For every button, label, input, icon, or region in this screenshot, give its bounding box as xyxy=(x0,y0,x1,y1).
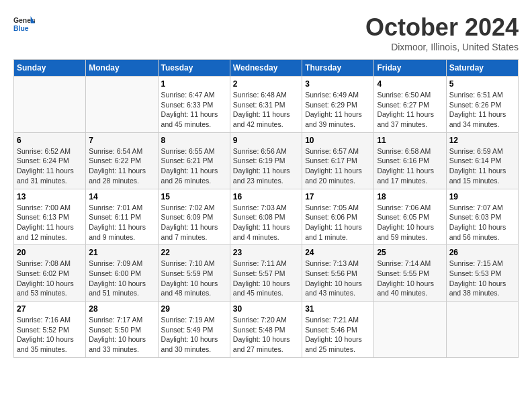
calendar-day-cell: 8Sunrise: 6:55 AMSunset: 6:21 PMDaylight… xyxy=(158,132,230,189)
day-detail: Sunrise: 7:08 AMSunset: 6:02 PMDaylight:… xyxy=(17,259,83,298)
day-detail: Sunrise: 7:07 AMSunset: 6:03 PMDaylight:… xyxy=(449,203,515,242)
calendar-day-cell: 17Sunrise: 7:05 AMSunset: 6:06 PMDayligh… xyxy=(302,189,374,245)
calendar-day-cell: 4Sunrise: 6:50 AMSunset: 6:27 PMDaylight… xyxy=(374,77,446,133)
calendar-day-cell: 1Sunrise: 6:47 AMSunset: 6:33 PMDaylight… xyxy=(158,77,230,133)
calendar-week-row: 27Sunrise: 7:16 AMSunset: 5:52 PMDayligh… xyxy=(14,302,519,358)
day-number: 30 xyxy=(233,304,299,314)
day-number: 4 xyxy=(377,79,443,89)
day-detail: Sunrise: 6:56 AMSunset: 6:19 PMDaylight:… xyxy=(233,146,299,186)
calendar-day-cell: 12Sunrise: 6:59 AMSunset: 6:14 PMDayligh… xyxy=(446,132,518,189)
calendar-day-cell: 2Sunrise: 6:48 AMSunset: 6:31 PMDaylight… xyxy=(230,77,302,133)
day-detail: Sunrise: 6:55 AMSunset: 6:21 PMDaylight:… xyxy=(161,146,227,186)
day-detail: Sunrise: 7:17 AMSunset: 5:50 PMDaylight:… xyxy=(89,315,154,355)
day-number: 11 xyxy=(377,136,443,145)
day-number: 5 xyxy=(449,79,515,89)
day-number: 20 xyxy=(17,248,83,257)
day-number: 17 xyxy=(305,192,371,201)
calendar-day-cell: 23Sunrise: 7:11 AMSunset: 5:57 PMDayligh… xyxy=(230,245,302,302)
day-number: 6 xyxy=(17,136,83,145)
calendar-day-cell xyxy=(446,302,518,358)
calendar-week-row: 20Sunrise: 7:08 AMSunset: 6:02 PMDayligh… xyxy=(14,245,519,302)
day-detail: Sunrise: 7:13 AMSunset: 5:56 PMDaylight:… xyxy=(305,259,371,298)
calendar-week-row: 13Sunrise: 7:00 AMSunset: 6:13 PMDayligh… xyxy=(14,189,519,245)
day-detail: Sunrise: 7:02 AMSunset: 6:09 PMDaylight:… xyxy=(161,203,227,242)
calendar-day-cell: 9Sunrise: 6:56 AMSunset: 6:19 PMDaylight… xyxy=(230,132,302,189)
svg-text:Blue: Blue xyxy=(13,25,29,32)
day-number: 22 xyxy=(161,248,227,257)
day-detail: Sunrise: 6:57 AMSunset: 6:17 PMDaylight:… xyxy=(305,146,371,186)
calendar-day-cell: 10Sunrise: 6:57 AMSunset: 6:17 PMDayligh… xyxy=(302,132,374,189)
day-of-week-header: Sunday xyxy=(14,60,86,77)
calendar-day-cell: 31Sunrise: 7:21 AMSunset: 5:46 PMDayligh… xyxy=(302,302,374,358)
day-detail: Sunrise: 7:05 AMSunset: 6:06 PMDaylight:… xyxy=(305,203,371,242)
day-number: 3 xyxy=(305,79,371,89)
day-detail: Sunrise: 6:49 AMSunset: 6:29 PMDaylight:… xyxy=(305,90,371,130)
day-number: 13 xyxy=(17,192,83,201)
day-number: 1 xyxy=(161,79,227,89)
day-detail: Sunrise: 7:09 AMSunset: 6:00 PMDaylight:… xyxy=(89,259,154,298)
month-title: October 2024 xyxy=(365,13,519,42)
calendar-day-cell: 30Sunrise: 7:20 AMSunset: 5:48 PMDayligh… xyxy=(230,302,302,358)
day-number: 16 xyxy=(233,192,299,201)
day-number: 31 xyxy=(305,304,371,314)
day-detail: Sunrise: 7:16 AMSunset: 5:52 PMDaylight:… xyxy=(17,315,83,355)
day-number: 23 xyxy=(233,248,299,257)
calendar-day-cell: 11Sunrise: 6:58 AMSunset: 6:16 PMDayligh… xyxy=(374,132,446,189)
calendar-day-cell: 21Sunrise: 7:09 AMSunset: 6:00 PMDayligh… xyxy=(86,245,158,302)
title-block: October 2024 Dixmoor, Illinois, United S… xyxy=(365,13,519,52)
logo: General Blue xyxy=(13,13,35,35)
day-number: 2 xyxy=(233,79,299,89)
day-of-week-header: Thursday xyxy=(302,60,374,77)
calendar-day-cell xyxy=(86,77,158,133)
day-detail: Sunrise: 6:47 AMSunset: 6:33 PMDaylight:… xyxy=(161,90,227,130)
day-detail: Sunrise: 7:06 AMSunset: 6:05 PMDaylight:… xyxy=(377,203,443,242)
calendar-table: SundayMondayTuesdayWednesdayThursdayFrid… xyxy=(13,59,519,358)
calendar-day-cell: 13Sunrise: 7:00 AMSunset: 6:13 PMDayligh… xyxy=(14,189,86,245)
day-number: 12 xyxy=(449,136,515,145)
logo-icon: General Blue xyxy=(13,13,35,35)
calendar-day-cell: 18Sunrise: 7:06 AMSunset: 6:05 PMDayligh… xyxy=(374,189,446,245)
day-of-week-header: Monday xyxy=(86,60,158,77)
day-detail: Sunrise: 6:58 AMSunset: 6:16 PMDaylight:… xyxy=(377,146,443,186)
day-of-week-header: Tuesday xyxy=(158,60,230,77)
calendar-day-cell: 3Sunrise: 6:49 AMSunset: 6:29 PMDaylight… xyxy=(302,77,374,133)
calendar-header-row: SundayMondayTuesdayWednesdayThursdayFrid… xyxy=(14,60,519,77)
calendar-day-cell: 7Sunrise: 6:54 AMSunset: 6:22 PMDaylight… xyxy=(86,132,158,189)
day-detail: Sunrise: 7:20 AMSunset: 5:48 PMDaylight:… xyxy=(233,315,299,355)
day-number: 21 xyxy=(89,248,154,257)
calendar-week-row: 1Sunrise: 6:47 AMSunset: 6:33 PMDaylight… xyxy=(14,77,519,133)
calendar-day-cell: 22Sunrise: 7:10 AMSunset: 5:59 PMDayligh… xyxy=(158,245,230,302)
day-detail: Sunrise: 6:48 AMSunset: 6:31 PMDaylight:… xyxy=(233,90,299,130)
calendar-day-cell xyxy=(14,77,86,133)
calendar-day-cell: 19Sunrise: 7:07 AMSunset: 6:03 PMDayligh… xyxy=(446,189,518,245)
day-detail: Sunrise: 7:00 AMSunset: 6:13 PMDaylight:… xyxy=(17,203,83,242)
day-detail: Sunrise: 6:54 AMSunset: 6:22 PMDaylight:… xyxy=(89,146,154,186)
calendar-day-cell: 24Sunrise: 7:13 AMSunset: 5:56 PMDayligh… xyxy=(302,245,374,302)
day-number: 19 xyxy=(449,192,515,201)
day-of-week-header: Friday xyxy=(374,60,446,77)
day-detail: Sunrise: 6:51 AMSunset: 6:26 PMDaylight:… xyxy=(449,90,515,130)
calendar-day-cell: 15Sunrise: 7:02 AMSunset: 6:09 PMDayligh… xyxy=(158,189,230,245)
day-number: 24 xyxy=(305,248,371,257)
day-detail: Sunrise: 7:21 AMSunset: 5:46 PMDaylight:… xyxy=(305,315,371,355)
calendar-week-row: 6Sunrise: 6:52 AMSunset: 6:24 PMDaylight… xyxy=(14,132,519,189)
day-detail: Sunrise: 7:01 AMSunset: 6:11 PMDaylight:… xyxy=(89,203,154,242)
day-detail: Sunrise: 6:50 AMSunset: 6:27 PMDaylight:… xyxy=(377,90,443,130)
day-detail: Sunrise: 7:14 AMSunset: 5:55 PMDaylight:… xyxy=(377,259,443,298)
calendar-day-cell: 29Sunrise: 7:19 AMSunset: 5:49 PMDayligh… xyxy=(158,302,230,358)
calendar-day-cell: 6Sunrise: 6:52 AMSunset: 6:24 PMDaylight… xyxy=(14,132,86,189)
day-number: 26 xyxy=(449,248,515,257)
day-detail: Sunrise: 7:11 AMSunset: 5:57 PMDaylight:… xyxy=(233,259,299,298)
day-detail: Sunrise: 7:15 AMSunset: 5:53 PMDaylight:… xyxy=(449,259,515,298)
day-number: 15 xyxy=(161,192,227,201)
calendar-day-cell: 26Sunrise: 7:15 AMSunset: 5:53 PMDayligh… xyxy=(446,245,518,302)
day-of-week-header: Wednesday xyxy=(230,60,302,77)
calendar-day-cell: 25Sunrise: 7:14 AMSunset: 5:55 PMDayligh… xyxy=(374,245,446,302)
calendar-day-cell: 14Sunrise: 7:01 AMSunset: 6:11 PMDayligh… xyxy=(86,189,158,245)
day-number: 9 xyxy=(233,136,299,145)
page-header: General Blue October 2024 Dixmoor, Illin… xyxy=(13,13,519,52)
day-detail: Sunrise: 6:52 AMSunset: 6:24 PMDaylight:… xyxy=(17,146,83,186)
location: Dixmoor, Illinois, United States xyxy=(365,42,519,52)
day-number: 8 xyxy=(161,136,227,145)
day-number: 18 xyxy=(377,192,443,201)
